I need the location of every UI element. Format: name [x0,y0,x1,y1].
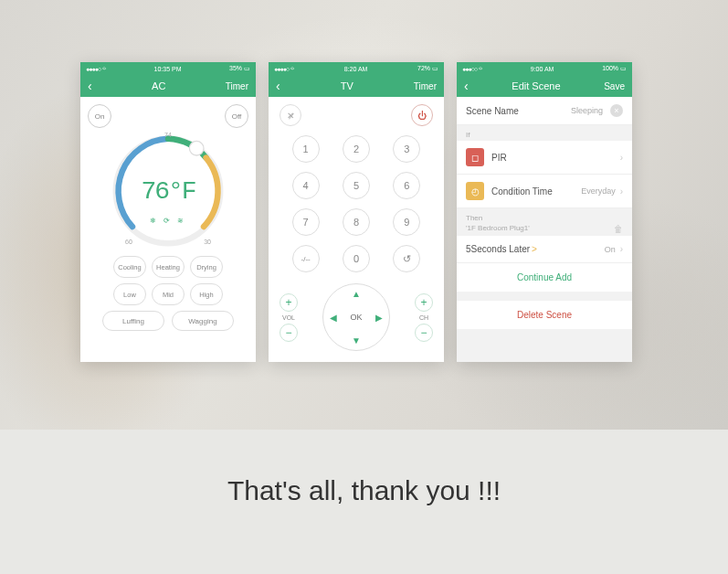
timer-button[interactable]: Timer [414,81,437,91]
dial-min-r: 30 [204,239,211,245]
continue-add-button[interactable]: Continue Add [457,263,632,292]
scene-name-value: Sleeping [571,106,603,115]
clock-icon: ◴ [466,182,484,200]
temp-dial[interactable]: 76°F ❄ ⟳ ≋ 74 60 30 [109,132,227,250]
nav-bar: ‹ Edit Scene Save [457,75,632,97]
signal-icon: ●●●●○ [274,66,289,72]
pir-icon: ◻ [466,148,484,166]
save-button[interactable]: Save [604,81,625,91]
key-1[interactable]: 1 [292,135,320,163]
dial-max: 74 [164,132,172,138]
mute-button[interactable]: ✕̷ [280,104,301,126]
key-6[interactable]: 6 [393,172,420,199]
then-device: '1F Bedroom Plug1' [466,224,530,234]
if-section: If [457,125,632,141]
vol-label: VOL [282,314,295,321]
temp-value: 76°F [109,132,227,250]
nav-bar: ‹ TV Timer [269,75,444,97]
arrow-down-icon[interactable]: ▼ [352,335,361,345]
on-button[interactable]: On [88,104,111,128]
key-8[interactable]: 8 [343,208,370,236]
signal-icon: ●●●●○ [86,66,100,72]
status-bar: ●●●●○ ⌔ 8:20 AM 72% ▭ [269,62,444,75]
key-dash[interactable]: -/-- [292,245,320,272]
luffing-button[interactable]: Luffing [102,311,164,331]
clear-icon[interactable]: × [610,104,623,117]
status-time: 8:20 AM [344,66,368,72]
power-button[interactable]: ⏻ [411,104,433,126]
battery-pct: 72% [417,65,430,71]
key-3[interactable]: 3 [393,135,420,163]
fan-high[interactable]: High [190,283,223,305]
nav-bar: ‹ AC Timer [80,75,256,97]
wifi-icon: ⌔ [102,66,106,72]
arrow-left-icon[interactable]: ◀ [330,313,337,323]
scene-name-label: Scene Name [466,106,571,116]
vol-control: + VOL − [280,293,298,342]
back-button[interactable]: ‹ [88,79,92,93]
ch-down[interactable]: − [415,324,433,342]
page-title: TV [341,80,353,91]
trash-icon[interactable]: 🗑 [614,224,623,234]
key-back[interactable]: ↺ [393,245,420,272]
arrow-up-icon[interactable]: ▲ [352,289,361,299]
ch-label: CH [419,314,428,321]
fan-mid[interactable]: Mid [152,283,185,305]
vol-down[interactable]: − [280,324,298,342]
status-bar: ●●●○○ ⌔ 9:00 AM 100% ▭ [457,62,632,75]
key-7[interactable]: 7 [292,208,320,236]
delay-row[interactable]: 5Seconds Later > On › [457,236,632,263]
condition-label: Condition Time [491,186,581,197]
pir-label: PIR [491,153,616,163]
delay-chevron-icon: > [532,244,537,254]
footer-text: That's all, thank you !!! [0,475,728,506]
chevron-right-icon: › [620,186,623,197]
battery-pct: 100% [602,65,618,71]
fan-low[interactable]: Low [113,283,146,305]
mode-heating[interactable]: Heating [152,256,185,278]
vol-up[interactable]: + [280,293,298,312]
condition-value: Everyday [581,186,616,196]
scene-name-row[interactable]: Scene Name Sleeping × [457,97,632,125]
numpad: 1 2 3 4 5 6 7 8 9 -/-- 0 ↺ [276,135,437,272]
timer-button[interactable]: Timer [226,81,248,91]
dpad[interactable]: ▲ ▼ ◀ ▶ OK [322,283,390,351]
mode-icons: ❄ ⟳ ≋ [109,217,227,225]
ac-phone: ●●●●○ ⌔ 10:35 PM 35% ▭ ‹ AC Timer On Off… [80,62,256,362]
ch-control: + CH − [415,293,433,342]
dial-min-l: 60 [125,239,132,245]
key-4[interactable]: 4 [292,172,320,199]
arrow-right-icon[interactable]: ▶ [375,313,383,323]
signal-icon: ●●●○○ [462,66,477,72]
back-button[interactable]: ‹ [276,79,280,93]
key-2[interactable]: 2 [343,135,370,163]
chevron-right-icon: › [620,153,623,163]
key-0[interactable]: 0 [343,245,370,272]
delay-value: On [605,245,616,254]
back-button[interactable]: ‹ [464,79,469,93]
status-time: 9:00 AM [531,66,554,72]
status-bar: ●●●●○ ⌔ 10:35 PM 35% ▭ [80,62,256,75]
condition-row[interactable]: ◴ Condition Time Everyday › [457,175,632,208]
ch-up[interactable]: + [415,293,433,312]
pir-row[interactable]: ◻ PIR › [457,141,632,175]
scene-phone: ●●●○○ ⌔ 9:00 AM 100% ▭ ‹ Edit Scene Save… [457,62,632,362]
key-9[interactable]: 9 [393,208,420,236]
wifi-icon: ⌔ [479,66,482,72]
tv-phone: ●●●●○ ⌔ 8:20 AM 72% ▭ ‹ TV Timer ✕̷ ⏻ 1 … [269,62,444,362]
wifi-icon: ⌔ [290,66,294,72]
page-title: Edit Scene [512,80,560,91]
ok-button[interactable]: OK [350,313,362,322]
mode-cooling[interactable]: Cooling [113,256,146,278]
delay-label: 5Seconds Later [466,244,530,254]
battery-pct: 35% [229,65,242,71]
delete-scene-button[interactable]: Delete Scene [457,301,632,329]
page-title: AC [152,80,165,91]
then-section: Then '1F Bedroom Plug1'🗑 [457,208,632,236]
mode-drying[interactable]: Drying [190,256,223,278]
then-label: Then [466,214,482,222]
wagging-button[interactable]: Wagging [172,311,234,331]
status-time: 10:35 PM [154,66,182,72]
off-button[interactable]: Off [225,104,248,128]
key-5[interactable]: 5 [343,172,370,199]
